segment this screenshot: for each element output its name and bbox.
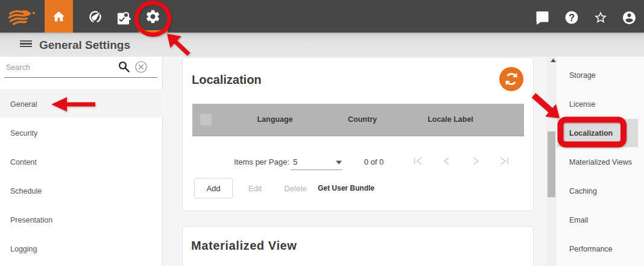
svg-text:?: ? (569, 12, 575, 23)
